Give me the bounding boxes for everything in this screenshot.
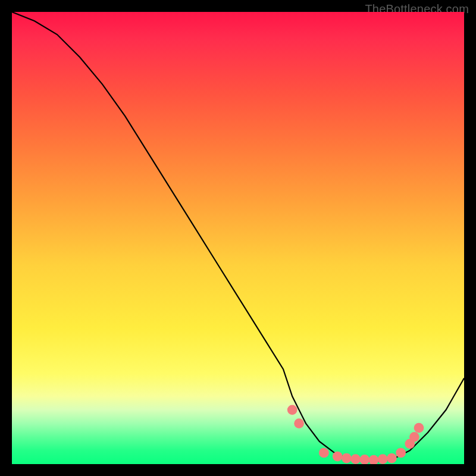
curve-svg <box>12 12 464 464</box>
marker-point <box>294 418 304 428</box>
marker-point <box>414 423 424 433</box>
marker-point <box>319 448 329 458</box>
main-curve <box>12 12 464 462</box>
marker-point <box>369 455 379 464</box>
marker-point <box>396 448 406 458</box>
marker-point <box>378 454 388 464</box>
marker-point <box>333 452 343 462</box>
marker-point <box>387 453 397 464</box>
marker-point <box>350 454 361 464</box>
markers-group <box>287 405 424 464</box>
marker-point <box>287 405 298 415</box>
chart-container: TheBottleneck.com <box>0 0 476 476</box>
marker-point <box>409 432 419 442</box>
marker-point <box>359 455 369 464</box>
plot-area <box>12 12 464 464</box>
marker-point <box>342 453 352 464</box>
